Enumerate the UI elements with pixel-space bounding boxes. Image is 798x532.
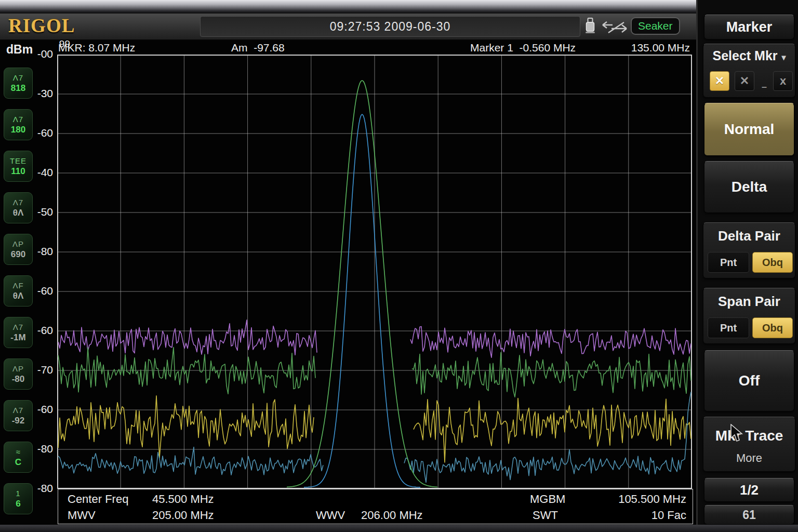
trace-style-icon: Λ7 [13,405,23,416]
trace-key-value: 110 [11,166,25,177]
spectrum-analyzer-device: RIGOL 09:27:53 2009-06-30 Seaker dBm 99 … [0,0,798,532]
normal-button[interactable]: Normal [704,103,794,156]
trace-key-button[interactable]: Λ7-1M [4,317,33,348]
trace-key-value: -80 [12,374,25,384]
span-pair-label: Span Pair [703,294,795,310]
bottom-bezel [0,525,798,532]
trace-style-icon: ΛP [12,364,24,374]
softkey-menu: Marker Select Mkr▾ ✕✕–x Normal Delta Del… [696,0,798,532]
trace-style-icon: ΛF [12,281,23,291]
chevron-down-icon: ▾ [782,53,786,62]
span-pair-stop-button[interactable]: Obq [752,317,793,338]
vbw-value: 205.00 MHz [152,509,214,522]
span-pair-panel[interactable]: Span Pair Pnt Obq [703,288,795,344]
marker-slot-button[interactable]: – [761,77,768,96]
trace-key-value: 180 [11,125,25,135]
trace-style-icon: Λ7 [13,73,23,83]
trace-key-value: θΛ [13,291,24,301]
header-bar: RIGOL 09:27:53 2009-06-30 Seaker [0,14,696,41]
trace-noise-yellow [414,398,691,462]
marker1-readout: Marker 1 -0.560 MHz [470,42,576,54]
delta-button[interactable]: Delta [704,161,794,213]
trace-style-icon: Λ7 [13,197,23,208]
rbw-label: MGBM [530,493,565,506]
trace-key-button[interactable]: Λ7-92 [4,400,33,431]
trace-key-value: -1M [10,332,25,343]
select-mkr-panel[interactable]: Select Mkr▾ ✕✕–x [703,44,795,98]
vbw-label: MWV [68,509,96,522]
off-button[interactable]: Off [704,350,794,411]
page-note-button[interactable]: 61 [704,505,794,525]
more-label: More [703,451,795,465]
trace-key-value: C [15,457,21,468]
trace-key-button[interactable]: Λ7818 [4,68,33,99]
marker-slot-button[interactable]: ✕ [735,71,754,91]
trace-noise-green [412,352,691,397]
usb-icon [584,17,596,38]
bottom-info-box: Center Freq 45.500 MHz MGBM 105.500 MHz … [58,489,693,524]
marker-slot-button[interactable]: x [773,71,793,91]
speaker-label: Seaker [638,20,673,32]
mouse-cursor-icon [729,424,744,445]
trace-key-button[interactable]: ΛP-80 [4,358,33,390]
trace-key-button[interactable]: TEE110 [4,151,33,182]
trace-key-value: 6 [16,499,20,509]
trace-key-button[interactable]: ΛFθΛ [4,275,33,307]
top-bezel [0,0,798,14]
speaker-status-badge: Seaker [631,17,680,35]
center-freq-value: 45.500 MHz [152,493,214,506]
delta-pair-delta-button[interactable]: Obq [752,252,793,273]
trace-style-icon: ≈ [16,447,20,457]
trace-peak-blue [304,114,420,487]
trace-style-icon: 1 [16,488,20,499]
trace-key-value: θΛ [13,208,24,218]
swt-value: 10 Fac [651,509,686,522]
ref-osc-label: WWV [316,509,345,522]
trace-style-icon: Λ7 [13,114,23,125]
trace-style-icon: Λ7 [13,322,23,332]
stop-freq-value: 105.500 MHz [618,493,686,506]
spectrum-plot [57,55,692,489]
span-right-readout: 135.00 MHz [623,42,690,54]
mkr-trace-label: Mkr Trace [703,428,795,444]
trace-key-button[interactable]: ΛP690 [4,234,33,265]
clock-text: 09:27:53 2009-06-30 [330,20,451,34]
trace-key-value: -92 [12,416,25,426]
trace-key-value: 690 [11,249,25,260]
span-pair-start-button[interactable]: Pnt [708,317,749,338]
trace-noise-blue [404,392,691,482]
marker-amplitude-readout: Am -97.68 [231,42,285,54]
clock-panel: 09:27:53 2009-06-30 [200,16,580,37]
delta-pair-label: Delta Pair [703,228,795,244]
trace-key-button[interactable]: 16 [4,483,33,514]
menu-title-marker: Marker [704,15,794,39]
trace-style-icon: TEE [10,156,26,166]
rigol-logo: RIGOL [8,15,75,37]
marker-slot-button[interactable]: ✕ [710,71,729,91]
trace-key-value: 818 [11,83,25,94]
trace-key-button[interactable]: Λ7θΛ [4,192,33,223]
page-button[interactable]: 1/2 [704,478,794,502]
trace-noise-yellow [58,396,314,458]
center-freq-label: Center Freq [68,493,128,506]
swt-label: SWT [533,509,558,522]
transfer-arrows-icon [601,20,628,36]
trace-style-icon: ΛP [12,239,24,249]
display-screen: dBm 99 MKR: 8.07 MHz Am -97.68 Marker 1 … [0,41,696,525]
trace-noise-purple [58,320,317,355]
y-axis-label: -00 [19,48,53,60]
trace-key-button[interactable]: ≈C [4,442,33,473]
delta-pair-panel[interactable]: Delta Pair Pnt Obq [703,222,795,278]
select-mkr-label: Select Mkr▾ [703,48,795,63]
ref-osc-value: 206.00 MHz [361,509,423,522]
trace-key-button[interactable]: Λ7180 [4,109,33,140]
delta-pair-ref-button[interactable]: Pnt [708,252,749,273]
trace-noise-blue [58,447,323,475]
marker-freq-readout: MKR: 8.07 MHz [58,42,135,54]
mkr-trace-button[interactable]: Mkr Trace More [703,417,795,472]
